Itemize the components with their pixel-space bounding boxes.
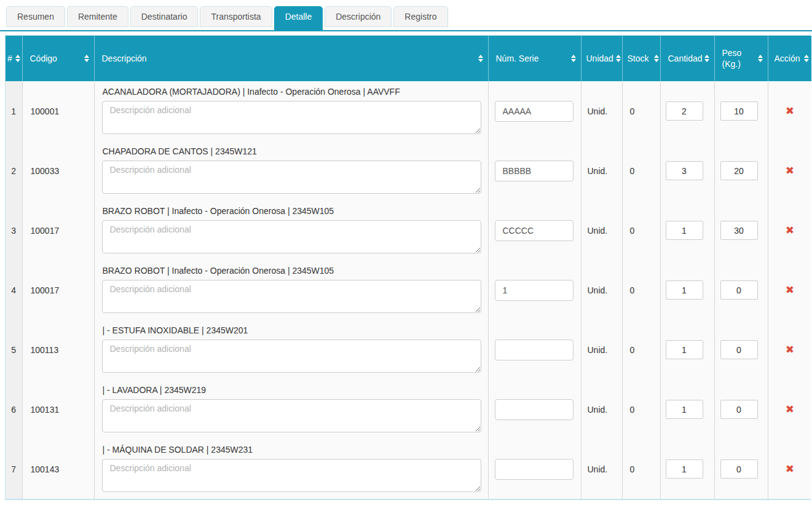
peso-cell xyxy=(714,201,768,260)
delete-x-icon[interactable]: ✖ xyxy=(786,344,794,355)
unidad-value: Unid. xyxy=(588,405,608,415)
descripcion-cell: BRAZO ROBOT | Inafecto - Operación Onero… xyxy=(94,260,488,320)
peso-cell xyxy=(714,380,768,439)
cantidad-input[interactable] xyxy=(666,280,703,300)
delete-x-icon[interactable]: ✖ xyxy=(786,106,794,116)
peso-input[interactable] xyxy=(720,280,758,300)
peso-input[interactable] xyxy=(720,459,758,479)
cantidad-input[interactable] xyxy=(666,101,703,121)
cantidad-cell xyxy=(660,141,714,201)
cantidad-input[interactable] xyxy=(666,400,703,419)
descripcion-adicional-textarea[interactable] xyxy=(102,459,481,492)
column-header-num[interactable]: # xyxy=(6,36,22,81)
column-header-stock[interactable]: Stock xyxy=(622,36,660,81)
codigo-value: 100143 xyxy=(31,464,60,474)
sort-arrows-icon[interactable] xyxy=(758,55,763,62)
peso-input[interactable] xyxy=(720,101,758,121)
sort-arrows-icon[interactable] xyxy=(654,55,659,62)
row-number-cell: 4 xyxy=(6,260,22,320)
sort-arrows-icon[interactable] xyxy=(571,55,576,62)
peso-input[interactable] xyxy=(720,340,758,359)
num-serie-cell xyxy=(488,260,581,320)
column-header-label: Unidad xyxy=(586,53,613,64)
sort-arrows-icon[interactable] xyxy=(478,55,483,62)
row-number: 5 xyxy=(11,345,16,355)
num-serie-cell xyxy=(488,439,581,499)
column-header-peso[interactable]: Peso (Kg.) xyxy=(714,36,768,81)
cantidad-cell xyxy=(660,81,714,141)
peso-input[interactable] xyxy=(720,161,758,180)
num-serie-input[interactable] xyxy=(495,161,574,181)
tab-resumen[interactable]: Resumen xyxy=(6,6,65,27)
num-serie-input[interactable] xyxy=(495,220,574,241)
sort-arrows-icon[interactable] xyxy=(804,55,809,62)
column-header-label: Cantidad xyxy=(668,53,703,64)
peso-input[interactable] xyxy=(720,221,758,240)
column-header-codigo[interactable]: Código xyxy=(22,36,94,81)
cantidad-cell xyxy=(660,380,714,439)
unidad-value: Unid. xyxy=(588,166,608,176)
column-header-unidad[interactable]: Unidad xyxy=(581,36,622,81)
descripcion-adicional-textarea[interactable] xyxy=(102,101,481,134)
delete-x-icon[interactable]: ✖ xyxy=(786,404,794,415)
num-serie-cell xyxy=(488,320,581,380)
column-header-accion[interactable]: Acción xyxy=(768,36,811,81)
codigo-cell: 100033 xyxy=(22,141,94,201)
num-serie-input[interactable] xyxy=(495,399,574,420)
sort-asc-icon xyxy=(15,55,20,58)
codigo-cell: 100113 xyxy=(22,320,94,380)
peso-cell xyxy=(714,439,768,499)
num-serie-input[interactable] xyxy=(495,340,574,360)
sort-desc-icon xyxy=(616,59,621,62)
tab-descripcion[interactable]: Descripción xyxy=(325,6,392,27)
descripcion-adicional-textarea[interactable] xyxy=(102,220,481,253)
num-serie-cell xyxy=(488,81,581,141)
descripcion-adicional-textarea[interactable] xyxy=(102,161,481,194)
sort-arrows-icon[interactable] xyxy=(84,55,89,62)
table-row: 7 100143 | - MÁQUINA DE SOLDAR | 2345W23… xyxy=(6,439,811,499)
delete-x-icon[interactable]: ✖ xyxy=(786,464,794,474)
num-serie-input[interactable] xyxy=(495,280,574,301)
descripcion-adicional-textarea[interactable] xyxy=(102,280,481,313)
delete-x-icon[interactable]: ✖ xyxy=(786,165,794,176)
stock-cell: 0 xyxy=(622,380,660,439)
product-description: BRAZO ROBOT | Inafecto - Operación Onero… xyxy=(103,266,481,276)
column-header-label: Acción xyxy=(775,53,800,64)
sort-asc-icon xyxy=(84,55,89,58)
product-description: | - LAVADORA | 2345W219 xyxy=(103,385,481,396)
codigo-value: 100131 xyxy=(31,405,60,415)
sort-arrows-icon[interactable] xyxy=(704,55,709,62)
cantidad-input[interactable] xyxy=(666,459,703,479)
tab-registro[interactable]: Registro xyxy=(393,6,447,27)
sort-desc-icon xyxy=(804,59,809,62)
column-header-desc[interactable]: Descripción xyxy=(94,36,488,81)
unidad-cell: Unid. xyxy=(581,380,622,439)
tab-detalle[interactable]: Detalle xyxy=(274,6,323,30)
unidad-cell: Unid. xyxy=(581,320,622,380)
descripcion-adicional-textarea[interactable] xyxy=(102,399,481,432)
unidad-value: Unid. xyxy=(588,106,608,116)
cantidad-input[interactable] xyxy=(666,161,703,180)
stock-cell: 0 xyxy=(622,320,660,380)
sort-arrows-icon[interactable] xyxy=(15,55,20,62)
cantidad-input[interactable] xyxy=(666,340,703,359)
cantidad-input[interactable] xyxy=(666,221,703,240)
delete-x-icon[interactable]: ✖ xyxy=(786,225,794,236)
tab-bar: ResumenRemitenteDestinatarioTransportist… xyxy=(0,0,812,31)
num-serie-input[interactable] xyxy=(495,459,574,480)
sort-arrows-icon[interactable] xyxy=(616,55,621,62)
column-header-serie[interactable]: Núm. Serie xyxy=(488,36,581,81)
tab-remitente[interactable]: Remitente xyxy=(67,6,128,27)
accion-cell: ✖ xyxy=(768,439,811,499)
num-serie-input[interactable] xyxy=(495,101,574,122)
codigo-cell: 100017 xyxy=(22,260,94,320)
tab-transportista[interactable]: Transportista xyxy=(200,6,272,27)
column-header-label: # xyxy=(7,53,12,64)
tab-destinatario[interactable]: Destinatario xyxy=(130,6,199,27)
peso-input[interactable] xyxy=(720,400,758,419)
descripcion-adicional-textarea[interactable] xyxy=(102,340,481,373)
row-number: 1 xyxy=(11,106,16,116)
column-header-cantidad[interactable]: Cantidad xyxy=(660,36,714,81)
codigo-value: 100017 xyxy=(31,285,60,295)
delete-x-icon[interactable]: ✖ xyxy=(786,285,794,295)
